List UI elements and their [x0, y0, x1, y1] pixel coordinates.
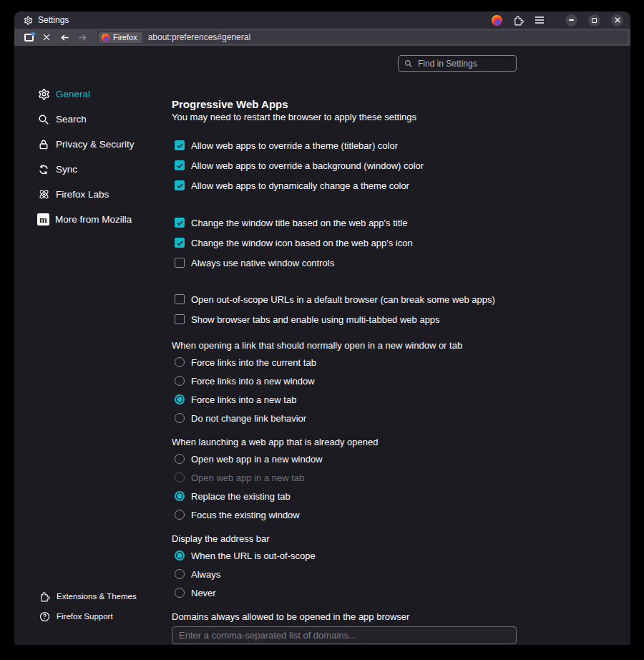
page-subtitle: You may need to restart the browser to a… [172, 112, 517, 123]
checkbox[interactable] [175, 294, 185, 304]
checkbox-row-allow-web-apps-to-override-a-background-[interactable]: Allow web apps to override a background … [172, 155, 517, 175]
radio-row-open-web-app-in-a-new-tab[interactable]: Open web app in a new tab [172, 468, 517, 487]
checkbox[interactable] [175, 238, 185, 248]
sidebar-footer-label: Firefox Support [57, 612, 113, 621]
search-icon [37, 113, 50, 126]
app-window-icon[interactable] [21, 30, 36, 44]
checkbox[interactable] [175, 180, 185, 190]
checkbox-row-always-use-native-window-controls[interactable]: Always use native window controls [172, 253, 517, 273]
checkbox-label: Show browser tabs and enable using multi… [191, 314, 440, 325]
sidebar-footer-label: Extensions & Themes [57, 592, 137, 601]
checkbox-row-open-out-of-scope-urls-in-a-default-brow[interactable]: Open out-of-scope URLs in a default brow… [172, 289, 517, 309]
sidebar-item-privacy-security[interactable]: Privacy & Security [37, 132, 170, 157]
radio-row-force-links-into-a-new-window[interactable]: Force links into a new window [172, 372, 517, 390]
radio-button[interactable] [175, 510, 185, 520]
page-title: Progressive Web Apps [172, 97, 517, 112]
radio-button[interactable] [175, 394, 185, 404]
checkbox[interactable] [175, 218, 185, 228]
radio-row-always[interactable]: Always [172, 565, 517, 583]
radio-label: Force links into the current tab [191, 357, 316, 368]
site-identity-chip[interactable]: Firefox [99, 32, 142, 43]
gear-icon [37, 88, 50, 101]
settings-search-box[interactable] [398, 55, 517, 72]
radio-row-focus-the-existing-window[interactable]: Focus the existing window [172, 505, 517, 524]
mozilla-icon: m [37, 213, 49, 225]
checkbox[interactable] [175, 140, 185, 150]
radio-row-open-web-app-in-a-new-window[interactable]: Open web app in a new window [172, 450, 517, 468]
url-bar[interactable]: Firefox about:preferences#general [97, 31, 628, 44]
radio-row-when-the-url-is-out-of-scope[interactable]: When the URL is out-of-scope [172, 546, 517, 565]
radio-row-never[interactable]: Never [172, 583, 517, 602]
checkbox-label: Change the window icon based on the web … [191, 238, 413, 248]
checkbox[interactable] [175, 258, 185, 268]
checkbox-label: Allow web apps to override a theme (titl… [191, 140, 398, 151]
maximize-button[interactable] [588, 14, 600, 26]
titlebar-left: Settings [24, 15, 69, 25]
radio-button[interactable] [175, 454, 185, 464]
minimize-button[interactable] [565, 14, 577, 26]
radio-button[interactable] [175, 550, 185, 560]
checkbox-group: Change the window title based on the web… [172, 213, 517, 273]
radio-button[interactable] [175, 569, 185, 579]
checkbox-row-change-the-window-title-based-on-the-web[interactable]: Change the window title based on the web… [172, 213, 517, 233]
checkbox-group: Allow web apps to override a theme (titl… [172, 135, 517, 195]
radio-button[interactable] [175, 413, 185, 423]
sidebar-item-search[interactable]: Search [37, 107, 170, 132]
radio-label: Force links into a new tab [191, 394, 296, 405]
radio-row-force-links-into-a-new-tab[interactable]: Force links into a new tab [172, 390, 517, 409]
sidebar-item-label: Firefox Labs [56, 189, 109, 200]
checkbox-label: Open out-of-scope URLs in a default brow… [191, 294, 495, 305]
sidebar-item-more-from-mozilla[interactable]: mMore from Mozilla [37, 207, 170, 232]
radio-groups: When opening a link that should normally… [172, 339, 517, 602]
site-identity-label: Firefox [113, 33, 137, 42]
checkbox-row-allow-web-apps-to-override-a-theme-title[interactable]: Allow web apps to override a theme (titl… [172, 135, 517, 155]
checkbox-row-allow-web-apps-to-dynamically-change-a-t[interactable]: Allow web apps to dynamically change a t… [172, 175, 517, 195]
checkbox-label: Allow web apps to override a background … [191, 160, 424, 171]
sidebar-item-general[interactable]: General [37, 82, 170, 107]
radio-button[interactable] [175, 376, 185, 386]
search-input[interactable] [418, 59, 529, 69]
minimize-icon [569, 19, 574, 21]
radio-button[interactable] [175, 491, 185, 501]
sidebar-nav: GeneralSearchPrivacy & SecuritySyncFiref… [37, 82, 170, 232]
radio-button[interactable] [175, 472, 185, 482]
sidebar-item-label: Privacy & Security [56, 139, 135, 150]
radio-button[interactable] [175, 357, 185, 367]
radio-group: When opening a link that should normally… [172, 339, 517, 427]
domains-label: Domains always allowed to be opened in t… [172, 610, 517, 624]
notification-dot [31, 32, 35, 36]
sidebar-item-label: More from Mozilla [55, 214, 132, 225]
app-window: Settings [14, 11, 630, 645]
back-icon[interactable] [57, 30, 72, 44]
sidebar-footer-firefox-support[interactable]: Firefox Support [39, 606, 182, 626]
radio-row-do-not-change-link-behavior[interactable]: Do not change link behavior [172, 409, 517, 427]
question-icon [39, 611, 50, 622]
main-content: Progressive Web Apps You may need to res… [172, 97, 517, 644]
radio-row-force-links-into-the-current-tab[interactable]: Force links into the current tab [172, 353, 517, 372]
puzzle-icon [39, 591, 50, 602]
radio-group: When launching a web app that is already… [172, 435, 517, 524]
extensions-puzzle-icon[interactable] [513, 15, 524, 26]
menu-hamburger-icon[interactable] [535, 16, 545, 24]
sidebar-item-sync[interactable]: Sync [37, 157, 170, 182]
close-tab-icon[interactable] [39, 30, 54, 44]
forward-icon[interactable] [75, 30, 89, 44]
radio-label: Never [191, 588, 216, 598]
radio-button[interactable] [175, 588, 185, 598]
checkbox-row-show-browser-tabs-and-enable-using-multi[interactable]: Show browser tabs and enable using multi… [172, 309, 517, 329]
radio-label: When the URL is out-of-scope [191, 550, 316, 561]
firefox-chip-icon [102, 34, 109, 42]
checkbox[interactable] [175, 160, 185, 170]
titlebar-app-icons [492, 15, 545, 26]
close-button[interactable] [611, 14, 623, 26]
screen: Settings [0, 0, 644, 660]
firefox-icon[interactable] [492, 15, 502, 26]
radio-row-replace-the-existing-tab[interactable]: Replace the existing tab [172, 487, 517, 505]
radio-label: Replace the existing tab [191, 491, 291, 502]
checkbox[interactable] [175, 314, 185, 324]
sidebar-item-firefox-labs[interactable]: Firefox Labs [37, 182, 170, 207]
domains-input[interactable] [172, 626, 517, 644]
sidebar-footer-extensions-themes[interactable]: Extensions & Themes [39, 586, 182, 606]
url-text: about:preferences#general [148, 32, 250, 42]
checkbox-row-change-the-window-icon-based-on-the-web-[interactable]: Change the window icon based on the web … [172, 233, 517, 253]
